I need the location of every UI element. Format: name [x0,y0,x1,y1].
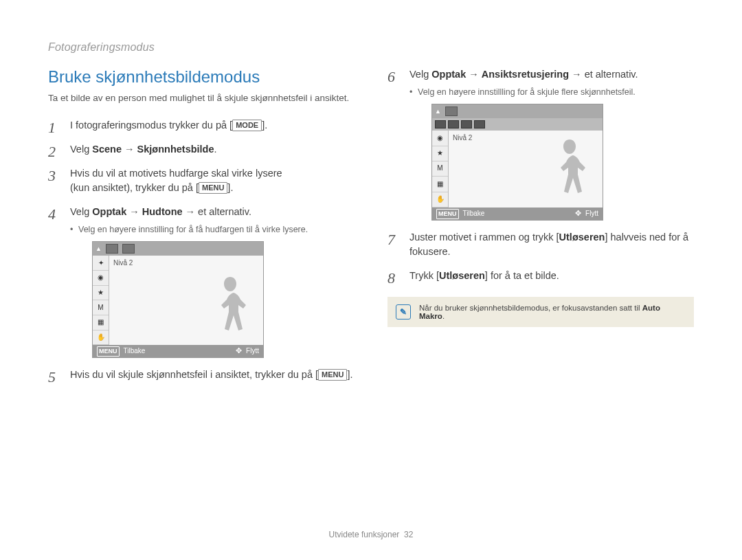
intro-text: Ta et bilde av en person med mulighet ti… [48,92,355,104]
step-6-arr2: → et alternativ. [569,69,638,80]
step-4: Velg Opptak → Hudtone → et alternativ. V… [48,205,355,358]
strip-icon: ▦ [93,315,109,331]
step-4-pre: Velg [70,206,92,217]
preview-area: Nivå 2 [449,131,603,208]
step-8-utloser: Utløseren [439,270,485,281]
strip-icon: M [93,300,109,315]
strip-icon: ★ [432,146,448,161]
step-1-text-pre: I fotograferingsmodus trykker du på [ [70,120,232,131]
right-column: Velg Opptak → Ansiktsretusjering → et al… [387,67,694,522]
back-label: Tilbake [124,346,146,357]
step-6-arr1: → [466,69,482,80]
nav-icon: ✥ [575,208,581,219]
move-label: Flytt [585,209,598,219]
step-8: Trykk [Utløseren] for å ta et bilde. [387,269,694,283]
step-8-post: ] for å ta et bilde. [485,270,559,281]
breadcrumb: Fotograferingsmodus [48,41,694,54]
strip-icon: ★ [93,286,109,301]
step-8-pre: Trykk [ [409,270,439,281]
step-2-arrow: → [122,144,137,155]
camera-preview-hudtone: ▲ ✦ ◉ ★ M ▦ ✋ [92,241,264,358]
step-4-opptak: Opptak [92,206,126,217]
level-label: Nivå 2 [113,258,133,269]
step-2-skjonn: Skjønnhetsbilde [137,144,214,155]
strip-icon: ▦ [432,177,448,192]
note-text: Når du bruker skjønnhetsbildemodus, er f… [419,304,686,320]
step-7-utloser: Utløseren [559,232,605,243]
step-3-line2-pre: (kun ansiktet), trykker du på [ [70,182,199,193]
person-silhouette-icon [210,273,251,342]
step-3-line2-post: ]. [227,182,233,193]
camera-top-bar: ▲ [432,104,603,118]
step-3-line1: Hvis du vil at motivets hudfarge skal vi… [70,168,282,179]
option-icon [474,120,485,128]
section-title: Bruke skjønnhetsbildemodus [48,67,355,87]
back-label: Tilbake [463,209,485,219]
option-icon [448,120,459,128]
step-3: Hvis du vil at motivets hudfarge skal vi… [48,166,355,195]
step-4-hudtone: Hudtone [142,206,183,217]
step-1-text-post: ]. [262,120,267,131]
option-icon [461,120,472,128]
step-4-arr2: → et alternativ. [183,206,251,217]
mode-key: MODE [232,120,262,131]
step-6-sub: Velg en høyere innstillling for å skjule… [409,86,694,98]
step-2: Velg Scene → Skjønnhetsbilde. [48,142,355,157]
strip-icon: ✦ [93,256,109,271]
footer-page: 32 [404,530,413,539]
page-footer: Utvidete funksjoner 32 [48,522,694,539]
step-2-pre: Velg [70,144,92,155]
step-7-pre: Juster motivet i rammen og trykk [ [409,232,559,243]
nav-icon: ✥ [236,346,242,357]
camera-preview-retusj: ▲ ◉ ★ M [431,104,603,221]
step-2-suf: . [214,144,217,155]
camera-option-row [432,118,603,131]
option-icon [435,120,446,128]
move-label: Flytt [246,346,259,357]
strip-icon: M [432,161,448,177]
step-4-sub: Velg en høyere innstilling for å få hudf… [70,223,355,236]
strip-icon: ◉ [432,131,448,146]
step-7: Juster motivet i rammen og trykk [Utløse… [387,230,694,259]
camera-bottom-bar: MENU Tilbake ✥ Flytt [432,208,603,220]
menu-key-2: MENU [318,369,347,381]
left-column: Bruke skjønnhetsbildemodus Ta et bilde a… [48,67,355,522]
step-5-post: ]. [347,369,352,380]
preview-area: Nivå 2 [109,256,263,345]
person-silhouette-icon [549,136,590,205]
camera-bottom-bar: MENU Tilbake ✥ Flytt [93,345,263,357]
step-6-opptak: Opptak [431,69,466,80]
thumb-icon [122,244,135,254]
note-icon: ✎ [396,304,411,320]
footer-label: Utvidete funksjoner [329,530,400,539]
step-1: I fotograferingsmodus trykker du på [MOD… [48,118,355,133]
step-4-arr1: → [126,206,142,217]
strip-icon: ✋ [93,331,109,346]
level-label: Nivå 2 [453,133,472,144]
menu-key-1: MENU [199,182,227,194]
note-box: ✎ Når du bruker skjønnhetsbildemodus, er… [387,297,694,327]
step-6-retusj: Ansiktsretusjering [482,69,569,80]
step-5: Hvis du vil skjule skjønnhetsfeil i ansi… [48,368,355,382]
step-6-pre: Velg [409,69,431,80]
strip-icon: ◉ [93,271,109,286]
icon-strip: ✦ ◉ ★ M ▦ ✋ [93,256,109,345]
strip-icon: ✋ [432,192,448,208]
camera-top-bar: ▲ [93,242,263,256]
step-5-pre: Hvis du vil skjule skjønnhetsfeil i ansi… [70,369,318,380]
icon-strip: ◉ ★ M ▦ ✋ [432,131,449,208]
menu-label-icon: MENU [436,209,459,219]
step-2-scene: Scene [92,144,122,155]
menu-label-icon: MENU [97,346,120,357]
note-pre: Når du bruker skjønnhetsbildemodus, er f… [419,304,642,312]
note-post: . [442,312,445,320]
thumb-icon [106,244,118,254]
step-6: Velg Opptak → Ansiktsretusjering → et al… [387,67,694,221]
thumb-icon [445,107,458,116]
